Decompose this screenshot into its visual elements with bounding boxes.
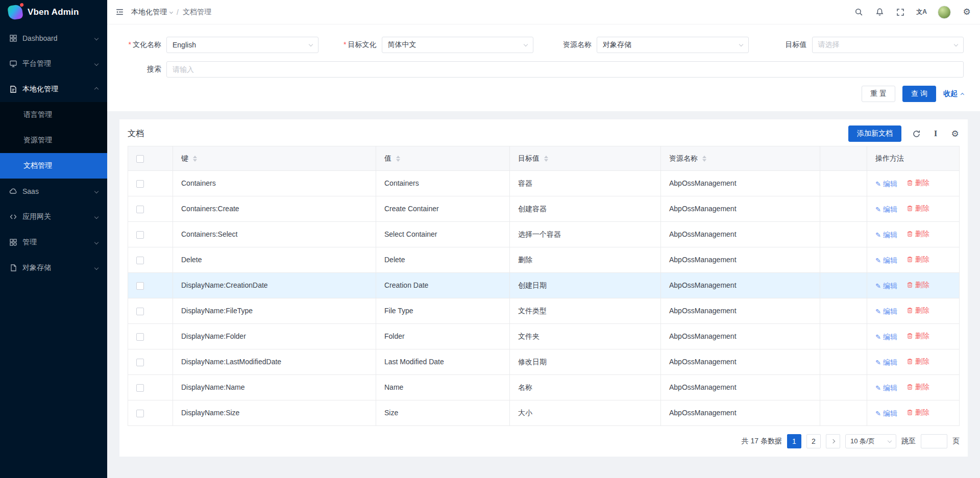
row-checkbox[interactable] (136, 308, 144, 315)
field-target-culture: *目标文化 简体中文 (331, 37, 546, 53)
edit-button[interactable]: ✎编辑 (875, 255, 897, 266)
column-settings-icon[interactable]: ⚙ (950, 129, 960, 138)
edit-button[interactable]: ✎编辑 (875, 383, 897, 393)
jump-page-input[interactable] (921, 434, 947, 448)
table-row[interactable]: DisplayName:Name Name 名称 AbpOssManagemen… (128, 375, 960, 400)
sort-icon[interactable] (396, 156, 400, 162)
table-row[interactable]: Containers:Select Select Container 选择一个容… (128, 222, 960, 247)
chevron-down-icon (954, 42, 958, 46)
sort-icon[interactable] (544, 156, 548, 162)
delete-button[interactable]: 删除 (906, 356, 929, 367)
page-1-button[interactable]: 1 (787, 434, 801, 448)
notification-bell-icon[interactable] (874, 7, 885, 17)
delete-button[interactable]: 删除 (906, 203, 929, 214)
sidebar-item-localization[interactable]: 本地化管理 (0, 77, 107, 102)
settings-gear-icon[interactable]: ⚙ (962, 7, 972, 17)
table-row[interactable]: Containers Containers 容器 AbpOssManagemen… (128, 171, 960, 196)
sort-icon[interactable] (193, 156, 197, 162)
delete-trash-icon (906, 384, 913, 390)
sidebar-item-platform[interactable]: 平台管理 (0, 51, 107, 77)
row-height-icon[interactable]: I (931, 129, 940, 138)
delete-label: 删除 (915, 178, 929, 188)
row-checkbox[interactable] (136, 359, 144, 366)
value-cell: Size (376, 400, 510, 426)
sort-icon[interactable] (702, 156, 706, 162)
culture-name-label: *文化名称 (115, 40, 166, 49)
table-row[interactable]: DisplayName:FileType File Type 文件类型 AbpO… (128, 298, 960, 324)
delete-button[interactable]: 删除 (906, 305, 929, 316)
edit-button[interactable]: ✎编辑 (875, 306, 897, 317)
delete-button[interactable]: 删除 (906, 254, 929, 265)
search-label: 搜索 (115, 65, 166, 74)
query-button[interactable]: 查 询 (902, 86, 936, 102)
app-logo[interactable]: Vben Admin (0, 0, 107, 24)
column-empty (820, 146, 867, 171)
resource-name-select[interactable]: 对象存储 (597, 37, 749, 53)
add-document-button[interactable]: 添加新文档 (848, 125, 901, 142)
sidebar-item-dashboard[interactable]: Dashboard (0, 26, 107, 51)
next-page-button[interactable] (826, 434, 840, 448)
edit-button[interactable]: ✎编辑 (875, 179, 897, 189)
dashboard-icon (9, 34, 17, 42)
sidebar-fold-icon[interactable] (115, 8, 124, 16)
breadcrumb-parent[interactable]: 本地化管理 (131, 8, 173, 17)
user-avatar[interactable] (938, 6, 951, 19)
translate-icon[interactable]: 文A (916, 7, 927, 17)
fullscreen-icon[interactable] (895, 7, 905, 17)
search-icon[interactable] (853, 7, 864, 17)
sidebar-item-resource-management[interactable]: 资源管理 (0, 128, 107, 153)
page-size-select[interactable]: 10 条/页 (845, 434, 896, 448)
sidebar-item-gateway[interactable]: 应用网关 (0, 204, 107, 230)
gateway-icon (9, 213, 17, 221)
select-all-checkbox[interactable] (136, 155, 144, 163)
field-search: 搜索 (115, 61, 964, 78)
table-row[interactable]: DisplayName:CreationDate Creation Date 创… (128, 273, 960, 298)
target-value-select[interactable]: 请选择 (812, 37, 964, 53)
edit-button[interactable]: ✎编辑 (875, 281, 897, 291)
edit-button[interactable]: ✎编辑 (875, 408, 897, 419)
page-2-button[interactable]: 2 (806, 434, 821, 448)
row-checkbox[interactable] (136, 410, 144, 417)
target-culture-select[interactable]: 简体中文 (382, 37, 534, 53)
delete-button[interactable]: 删除 (906, 331, 929, 341)
delete-button[interactable]: 删除 (906, 407, 929, 418)
row-checkbox[interactable] (136, 206, 144, 213)
row-checkbox[interactable] (136, 257, 144, 264)
edit-button[interactable]: ✎编辑 (875, 204, 897, 215)
refresh-icon[interactable] (912, 129, 921, 138)
reset-button[interactable]: 重 置 (862, 86, 895, 102)
row-checkbox[interactable] (136, 333, 144, 341)
delete-button[interactable]: 删除 (906, 229, 929, 239)
row-checkbox[interactable] (136, 180, 144, 188)
checkbox-cell (128, 196, 173, 222)
table-row[interactable]: Delete Delete 删除 AbpOssManagement ✎编辑 删除 (128, 247, 960, 273)
table-row[interactable]: DisplayName:Folder Folder 文件夹 AbpOssMana… (128, 324, 960, 349)
sidebar-item-language-management[interactable]: 语言管理 (0, 102, 107, 128)
table-row[interactable]: DisplayName:Size Size 大小 AbpOssManagemen… (128, 400, 960, 426)
checkbox-cell (128, 349, 173, 375)
sidebar-item-label: 文档管理 (23, 161, 52, 170)
delete-trash-icon (906, 409, 913, 416)
delete-button[interactable]: 删除 (906, 280, 929, 290)
row-checkbox[interactable] (136, 384, 144, 392)
delete-button[interactable]: 删除 (906, 382, 929, 392)
sidebar-item-document-management[interactable]: 文档管理 (0, 153, 107, 179)
collapse-link[interactable]: 收起 (943, 89, 964, 98)
sidebar-item-saas[interactable]: Saas (0, 179, 107, 204)
delete-trash-icon (906, 282, 913, 288)
sidebar-item-object-storage[interactable]: 对象存储 (0, 255, 107, 281)
culture-name-select[interactable]: English (166, 37, 318, 53)
top-header: 本地化管理 / 文档管理 文A ⚙ (107, 0, 980, 24)
checkbox-cell (128, 298, 173, 324)
empty-cell (820, 400, 867, 426)
search-input[interactable] (166, 61, 964, 78)
row-checkbox[interactable] (136, 282, 144, 290)
delete-button[interactable]: 删除 (906, 178, 929, 188)
table-row[interactable]: Containers:Create Create Container 创建容器 … (128, 196, 960, 222)
edit-button[interactable]: ✎编辑 (875, 357, 897, 368)
row-checkbox[interactable] (136, 231, 144, 239)
table-row[interactable]: DisplayName:LastModifiedDate Last Modifi… (128, 349, 960, 375)
edit-button[interactable]: ✎编辑 (875, 332, 897, 342)
edit-button[interactable]: ✎编辑 (875, 230, 897, 240)
sidebar-item-management[interactable]: 管理 (0, 230, 107, 255)
